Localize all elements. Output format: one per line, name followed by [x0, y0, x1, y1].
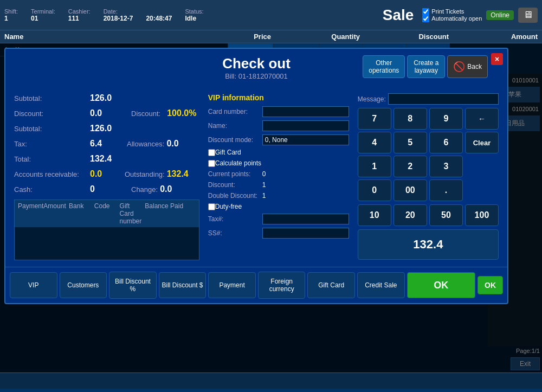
ok-button[interactable]: OK: [407, 272, 475, 298]
customers-btn[interactable]: Customers: [60, 272, 107, 298]
numpad-empty: [465, 156, 499, 177]
change-label: Change:: [131, 185, 158, 194]
pt-col-amount: Amount: [43, 202, 69, 225]
allowances-value: 0.0: [166, 139, 199, 149]
subtotal-value: 126.0: [90, 93, 122, 103]
numpad-1[interactable]: 1: [358, 156, 391, 177]
back-btn[interactable]: 🚫 Back: [447, 55, 488, 78]
outstanding-value: 132.4: [167, 169, 199, 179]
message-input[interactable]: [388, 93, 499, 105]
discount-label: Discount:: [14, 110, 90, 118]
vip-current-points-label: Current points:: [208, 170, 262, 178]
vip-calc-points-checkbox[interactable]: [208, 160, 215, 167]
vip-ss-hash-input[interactable]: [262, 228, 349, 239]
create-layaway-btn[interactable]: Create alayaway: [407, 55, 445, 78]
subtotal2-row: Subtotal: 126.0: [14, 124, 199, 133]
quick-100[interactable]: 100: [465, 204, 499, 226]
vip-card-number-input[interactable]: [262, 106, 349, 117]
numpad-3[interactable]: 3: [429, 156, 463, 177]
numpad-8[interactable]: 8: [393, 108, 427, 130]
numpad-00[interactable]: 00: [393, 179, 427, 201]
vip-tax-hash-input[interactable]: [262, 214, 349, 224]
numpad: 7 8 9 ← 4 5 6 Clear 1 2 3 0 00: [358, 108, 499, 201]
vip-duty-free-checkbox[interactable]: [208, 203, 215, 210]
vip-duty-free-row[interactable]: Duty-free: [208, 203, 349, 210]
pt-col-paid: Paid: [170, 202, 196, 225]
numpad-4[interactable]: 4: [358, 132, 391, 153]
session-info: Shift: 1 Terminal: 01 Cashier: 111 Date:…: [4, 8, 374, 22]
quick-amounts: 10 20 50 100: [358, 204, 499, 226]
sale-title: Sale: [383, 7, 414, 24]
date-label: Date:: [104, 8, 133, 15]
vip-tax-hash-label: Tax#:: [208, 215, 262, 223]
discount-pct-label: Discount:: [131, 110, 160, 118]
numpad-dot[interactable]: .: [429, 179, 463, 201]
time-field: 20:48:47: [146, 8, 172, 22]
bill-discount-dollar-btn[interactable]: Bill Discount $: [159, 272, 207, 298]
terminal-label: Terminal:: [31, 8, 55, 15]
subtotal2-value: 126.0: [90, 124, 122, 133]
vip-discount-mode-row: Discount mode:: [208, 134, 349, 145]
monitor-icon: 🖥: [518, 8, 538, 23]
numpad-9[interactable]: 9: [429, 108, 463, 130]
other-operations-btn[interactable]: Otheroperations: [363, 55, 405, 78]
ok-side-button[interactable]: OK: [478, 276, 503, 294]
numpad-2[interactable]: 2: [393, 156, 427, 177]
ar-value: 0.0: [90, 169, 122, 179]
tax-value: 6.4: [90, 139, 122, 149]
quick-10[interactable]: 10: [358, 204, 391, 226]
vip-gift-card-row[interactable]: Gift Card: [208, 149, 349, 156]
modal-close-button[interactable]: ×: [491, 53, 503, 65]
vip-discount-label: Discount:: [208, 181, 262, 189]
print-tickets-option[interactable]: Print Tickets: [422, 8, 482, 15]
numpad-6[interactable]: 6: [429, 132, 463, 153]
foreign-currency-btn[interactable]: Foreign currency: [258, 272, 306, 299]
vip-double-discount-label: Double Discount:: [208, 192, 262, 200]
quick-50[interactable]: 50: [429, 204, 463, 226]
numpad-panel: Message: 7 8 9 ← 4 5 6 Clear 1 2: [353, 91, 503, 262]
vip-current-points-value: 0: [262, 170, 266, 178]
payment-table-header: Payment Amount Bank Code Gift Card numbe…: [15, 200, 199, 227]
payment-btn[interactable]: Payment: [208, 272, 256, 298]
cashier-label: Cashier:: [68, 8, 91, 15]
credit-sale-btn[interactable]: Credit Sale: [357, 272, 405, 298]
print-options: Print Tickets Automatically open: [422, 8, 482, 22]
numpad-5[interactable]: 5: [393, 132, 427, 153]
vip-gift-card-checkbox[interactable]: [208, 149, 215, 156]
shift-value: 1: [4, 15, 18, 22]
time-value: 20:48:47: [146, 15, 172, 22]
change-value: 0.0: [160, 184, 192, 194]
gift-card-btn[interactable]: Gift Card: [307, 272, 355, 298]
print-tickets-checkbox[interactable]: [422, 8, 429, 15]
numpad-7[interactable]: 7: [358, 108, 391, 130]
modal-header: Check out Bill: 01-1812070001 Otheropera…: [5, 49, 507, 87]
vip-calc-points-row[interactable]: Calculate points: [208, 159, 349, 167]
cashier-value: 111: [68, 15, 91, 22]
auto-open-checkbox[interactable]: [422, 15, 429, 22]
auto-open-option[interactable]: Automatically open: [422, 15, 482, 22]
vip-discount-row: Discount: 1: [208, 181, 349, 189]
numpad-clear[interactable]: Clear: [465, 132, 499, 153]
cash-value: 0: [90, 184, 122, 194]
outstanding-label: Outstanding:: [125, 170, 165, 178]
vip-name-input[interactable]: [262, 120, 349, 131]
vip-discount-mode-input[interactable]: [262, 134, 349, 145]
terminal-field: Terminal: 01: [31, 8, 55, 22]
discount-row: Discount: 0.0 Discount: 100.0%: [14, 108, 199, 118]
numpad-0[interactable]: 0: [358, 179, 391, 201]
vip-calc-points-label: Calculate points: [215, 159, 261, 167]
vip-btn[interactable]: VIP: [10, 272, 57, 298]
top-bar: Shift: 1 Terminal: 01 Cashier: 111 Date:…: [0, 0, 542, 30]
numpad-backspace[interactable]: ←: [465, 108, 499, 130]
col-name-header: Name: [4, 33, 182, 41]
pt-col-balance: Balance: [145, 202, 170, 225]
vip-name-row: Name:: [208, 120, 349, 131]
quick-20[interactable]: 20: [393, 204, 427, 226]
vip-double-discount-row: Double Discount: 1: [208, 192, 349, 200]
tax-label: Tax:: [14, 140, 90, 148]
date-field: Date: 2018-12-7: [104, 8, 133, 22]
tax-row: Tax: 6.4 Allowances: 0.0: [14, 139, 199, 149]
ar-row: Accounts receivable: 0.0 Outstanding: 13…: [14, 169, 199, 179]
bill-discount-pct-btn[interactable]: Bill Discount %: [109, 272, 157, 299]
vip-name-label: Name:: [208, 122, 262, 130]
